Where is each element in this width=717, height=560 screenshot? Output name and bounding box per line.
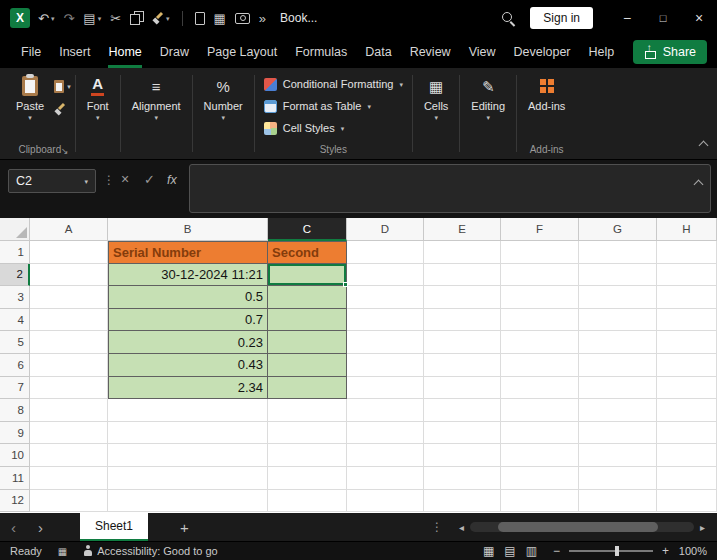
cell-F3[interactable]	[501, 286, 579, 309]
cell-E1[interactable]	[424, 241, 501, 264]
zoom-level[interactable]: 100%	[669, 545, 707, 557]
cell-H9[interactable]	[657, 422, 717, 445]
cell-E3[interactable]	[424, 286, 501, 309]
maximize-button[interactable]: □	[645, 0, 681, 36]
cell-C4[interactable]	[268, 309, 347, 332]
select-all-corner[interactable]	[0, 218, 30, 241]
alignment-button[interactable]: ≡ Alignment ▾	[125, 72, 188, 123]
row-header-12[interactable]: 12	[0, 490, 30, 513]
cell-G7[interactable]	[579, 377, 657, 400]
cell-D12[interactable]	[347, 490, 424, 513]
cell-A7[interactable]	[30, 377, 108, 400]
tab-developer[interactable]: Developer	[505, 36, 580, 68]
cell-E12[interactable]	[424, 490, 501, 513]
cell-C8[interactable]	[268, 399, 347, 422]
cell-C1[interactable]: Second	[268, 241, 347, 264]
cell-H5[interactable]	[657, 331, 717, 354]
cell-F4[interactable]	[501, 309, 579, 332]
cell-A11[interactable]	[30, 467, 108, 490]
sheet-nav-back-icon[interactable]: ‹	[0, 520, 27, 535]
cell-F2[interactable]	[501, 264, 579, 287]
cell-E11[interactable]	[424, 467, 501, 490]
cell-H12[interactable]	[657, 490, 717, 513]
cell-F11[interactable]	[501, 467, 579, 490]
redo-button[interactable]: ↷	[63, 12, 74, 25]
cell-B6[interactable]: 0.43	[108, 354, 268, 377]
cell-E5[interactable]	[424, 331, 501, 354]
collapse-formula-bar-button[interactable]	[695, 174, 702, 192]
column-header-B[interactable]: B	[108, 218, 268, 241]
cancel-icon[interactable]: ×	[121, 171, 129, 187]
tab-help[interactable]: Help	[580, 36, 624, 68]
font-button[interactable]: A Font ▾	[80, 72, 116, 123]
cell-E10[interactable]	[424, 444, 501, 467]
sheet-nav-forward-icon[interactable]: ›	[27, 520, 54, 535]
minimize-button[interactable]: −	[609, 0, 645, 36]
cell-D10[interactable]	[347, 444, 424, 467]
cell-F10[interactable]	[501, 444, 579, 467]
tab-draw[interactable]: Draw	[151, 36, 198, 68]
scroll-right-icon[interactable]: ▸	[696, 522, 709, 533]
page-break-view-icon[interactable]: ▥	[526, 544, 537, 558]
insert-function-icon[interactable]: fx	[167, 173, 177, 187]
cell-F8[interactable]	[501, 399, 579, 422]
cell-G6[interactable]	[579, 354, 657, 377]
macro-record-icon[interactable]: ▦	[58, 546, 67, 557]
cell-B5[interactable]: 0.23	[108, 331, 268, 354]
cell-H7[interactable]	[657, 377, 717, 400]
sheet-tab-sheet1[interactable]: Sheet1	[80, 513, 148, 541]
cell-A6[interactable]	[30, 354, 108, 377]
paste-qat-button[interactable]: ▤▾	[83, 12, 101, 25]
cell-C7[interactable]	[268, 377, 347, 400]
cell-G4[interactable]	[579, 309, 657, 332]
cut-button[interactable]: ✂	[110, 12, 121, 25]
cell-H8[interactable]	[657, 399, 717, 422]
cell-D7[interactable]	[347, 377, 424, 400]
cell-G12[interactable]	[579, 490, 657, 513]
format-as-table-button[interactable]: Format as Table ▾	[259, 97, 376, 115]
number-button[interactable]: % Number ▾	[197, 72, 250, 123]
cell-C12[interactable]	[268, 490, 347, 513]
row-header-7[interactable]: 7	[0, 377, 30, 400]
enter-icon[interactable]: ✓	[144, 172, 155, 187]
cell-E2[interactable]	[424, 264, 501, 287]
cell-F1[interactable]	[501, 241, 579, 264]
cell-E7[interactable]	[424, 377, 501, 400]
cell-H11[interactable]	[657, 467, 717, 490]
toolbar-overflow-button[interactable]: »	[259, 12, 266, 25]
paste-options-button[interactable]: ▾	[54, 80, 71, 93]
search-icon[interactable]	[501, 11, 516, 26]
signin-button[interactable]: Sign in	[530, 7, 593, 29]
row-header-4[interactable]: 4	[0, 309, 30, 332]
zoom-in-button[interactable]: +	[662, 544, 669, 558]
cells-button[interactable]: ▦ Cells ▾	[417, 72, 455, 123]
tabbar-handle-icon[interactable]: ⋮	[431, 520, 443, 534]
column-header-C[interactable]: C	[268, 218, 347, 241]
paste-button[interactable]: Paste ▾	[9, 72, 51, 123]
cell-H2[interactable]	[657, 264, 717, 287]
cell-D5[interactable]	[347, 331, 424, 354]
cell-B8[interactable]	[108, 399, 268, 422]
scroll-left-icon[interactable]: ◂	[455, 522, 468, 533]
cell-G8[interactable]	[579, 399, 657, 422]
cell-F7[interactable]	[501, 377, 579, 400]
cell-B3[interactable]: 0.5	[108, 286, 268, 309]
row-header-1[interactable]: 1	[0, 241, 30, 264]
name-box[interactable]: C2 ▾	[8, 169, 96, 193]
chevron-down-icon[interactable]: ▾	[84, 179, 88, 184]
share-button[interactable]: Share	[633, 40, 707, 64]
column-header-H[interactable]: H	[657, 218, 717, 241]
collapse-ribbon-button[interactable]	[700, 135, 707, 153]
cell-D3[interactable]	[347, 286, 424, 309]
chevron-down-icon[interactable]: ▾	[98, 15, 102, 22]
cell-C5[interactable]	[268, 331, 347, 354]
add-sheet-button[interactable]: +	[180, 519, 189, 536]
tab-file[interactable]: File	[12, 36, 50, 68]
tab-formulas[interactable]: Formulas	[286, 36, 356, 68]
cell-C10[interactable]	[268, 444, 347, 467]
cell-H6[interactable]	[657, 354, 717, 377]
tab-insert[interactable]: Insert	[50, 36, 99, 68]
cell-H3[interactable]	[657, 286, 717, 309]
row-header-9[interactable]: 9	[0, 422, 30, 445]
cell-A8[interactable]	[30, 399, 108, 422]
